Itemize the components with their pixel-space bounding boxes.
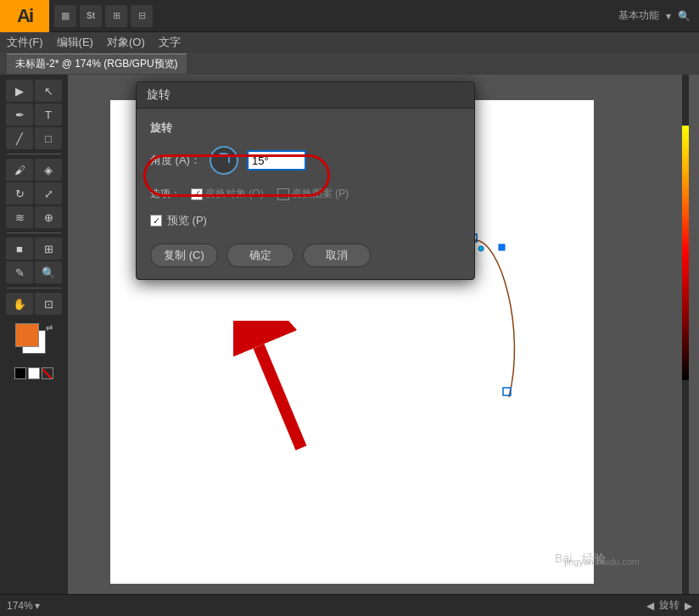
preview-label: 预览 (P) xyxy=(167,213,207,228)
hand-tool[interactable]: ✋ xyxy=(6,293,33,315)
svg-rect-1 xyxy=(499,244,505,250)
shape-tool[interactable]: □ xyxy=(35,127,62,149)
right-panel xyxy=(682,75,699,594)
small-colors xyxy=(14,367,53,379)
eyedropper-tool[interactable]: ✎ xyxy=(6,261,33,283)
svg-point-3 xyxy=(478,246,484,251)
btn-row: 复制 (C) 确定 取消 xyxy=(150,244,461,267)
dialog-body: 旋转 角度 (A)： 选项： 变换对象 (O) xyxy=(137,109,474,279)
warp-tool[interactable]: ≋ xyxy=(6,206,33,228)
main-layout: ▶ ↖ ✒ T ╱ □ 🖌 ◈ ↻ ⤢ ≋ ⊕ ■ ⊞ ✎ xyxy=(0,75,699,594)
line-tool[interactable]: ╱ xyxy=(6,127,33,149)
color-swatches[interactable]: ⇄ xyxy=(15,323,53,361)
dialog-section-title: 旋转 xyxy=(150,120,461,136)
copy-button[interactable]: 复制 (C) xyxy=(150,244,218,267)
zoom-label: 174% xyxy=(7,600,33,612)
canvas-area: Bai 经验 jingyan.baidu.com 旋转 旋转 角度 (A)： xyxy=(68,75,682,594)
icon-view[interactable]: ⊞ xyxy=(105,5,127,27)
watermark-url: jingyan.baidu.com xyxy=(564,557,640,567)
scale-tool[interactable]: ⤢ xyxy=(35,182,62,204)
select-tool[interactable]: ▶ xyxy=(6,80,33,102)
icon-grid[interactable]: ▦ xyxy=(54,5,76,27)
transform-object-label: 变换对象 (O) xyxy=(205,187,264,201)
tool-row-6: ≋ ⊕ xyxy=(6,206,62,228)
preview-row: 预览 (P) xyxy=(150,213,461,228)
tab-bar: 未标题-2* @ 174% (RGB/GPU预览) xyxy=(0,53,699,75)
pen-tool[interactable]: ✒ xyxy=(6,104,33,126)
paint-tool[interactable]: 🖌 xyxy=(6,159,33,181)
swap-colors-icon[interactable]: ⇄ xyxy=(46,323,53,333)
top-bar-right: 基本功能 ▾ 🔍 xyxy=(618,8,699,23)
transform-pattern-checkbox[interactable] xyxy=(277,188,289,200)
tool-divider-2 xyxy=(7,232,61,233)
rotate-tool[interactable]: ↻ xyxy=(6,182,33,204)
menu-edit[interactable]: 编辑(E) xyxy=(57,35,93,50)
tool-divider-3 xyxy=(7,288,61,288)
page-indicator: 旋转 xyxy=(659,598,679,613)
tool-row-9: ✋ ⊡ xyxy=(6,293,62,315)
app-logo: Ai xyxy=(0,0,49,32)
gradient-tool[interactable]: ■ xyxy=(6,238,33,260)
none-swatch[interactable] xyxy=(42,367,53,379)
dialog-title-bar: 旋转 xyxy=(137,82,474,109)
tool-divider-1 xyxy=(7,154,61,154)
artboard-tool[interactable]: ⊡ xyxy=(35,293,62,315)
active-tab[interactable]: 未标题-2* @ 174% (RGB/GPU预览) xyxy=(7,53,187,74)
tool-row-8: ✎ 🔍 xyxy=(6,261,62,283)
angle-label: 角度 (A)： xyxy=(150,153,201,168)
direct-select-tool[interactable]: ↖ xyxy=(35,80,62,102)
angle-icon-inner xyxy=(220,153,230,163)
workspace-label: 基本功能 xyxy=(618,8,659,23)
transform-pattern-cb[interactable]: 变换图案 (P) xyxy=(277,187,349,201)
tab-title: 未标题-2* @ 174% (RGB/GPU预览) xyxy=(15,58,178,70)
angle-row: 角度 (A)： xyxy=(150,146,461,175)
black-swatch[interactable] xyxy=(14,367,26,379)
nav-next[interactable]: ▶ xyxy=(685,600,692,612)
dialog-title: 旋转 xyxy=(147,87,171,101)
left-toolbar: ▶ ↖ ✒ T ╱ □ 🖌 ◈ ↻ ⤢ ≋ ⊕ ■ ⊞ ✎ xyxy=(0,75,68,594)
type-tool[interactable]: T xyxy=(35,104,62,126)
tool-row-7: ■ ⊞ xyxy=(6,238,62,260)
white-swatch[interactable] xyxy=(28,367,40,379)
foreground-color-swatch[interactable] xyxy=(15,323,39,347)
zoom-tool[interactable]: 🔍 xyxy=(35,261,62,283)
ok-button[interactable]: 确定 xyxy=(226,244,294,267)
options-label: 选项： xyxy=(150,187,181,201)
transform-object-cb[interactable]: 变换对象 (O) xyxy=(191,187,264,201)
search-icon[interactable]: 🔍 xyxy=(678,10,691,22)
icon-st[interactable]: St xyxy=(80,5,102,27)
top-bar: Ai ▦ St ⊞ ⊟ 基本功能 ▾ 🔍 xyxy=(0,0,699,32)
options-row: 选项： 变换对象 (O) 变换图案 (P) xyxy=(150,187,461,201)
menu-text[interactable]: 文字 xyxy=(159,35,181,50)
bottom-bar: 174% ▾ ◀ 旋转 ▶ xyxy=(0,594,699,616)
workspace-arrow[interactable]: ▾ xyxy=(666,10,671,22)
menu-file[interactable]: 文件(F) xyxy=(7,35,43,50)
transform-pattern-label: 变换图案 (P) xyxy=(292,187,349,201)
tool-row-1: ▶ ↖ xyxy=(6,80,62,102)
rotate-dialog: 旋转 旋转 角度 (A)： 选项： xyxy=(136,81,475,280)
blend-tool[interactable]: ⊕ xyxy=(35,206,62,228)
right-scroll[interactable] xyxy=(689,75,699,594)
eraser-tool[interactable]: ◈ xyxy=(35,159,62,181)
cancel-button[interactable]: 取消 xyxy=(303,244,371,267)
tool-row-3: ╱ □ xyxy=(6,127,62,149)
tool-row-5: ↻ ⤢ xyxy=(6,182,62,204)
zoom-arrow[interactable]: ▾ xyxy=(35,600,40,612)
top-bar-icons: ▦ St ⊞ ⊟ xyxy=(49,5,158,27)
menu-object[interactable]: 对象(O) xyxy=(107,35,145,50)
angle-icon xyxy=(210,146,238,175)
transform-object-checkbox[interactable] xyxy=(191,188,203,200)
icon-arrange[interactable]: ⊟ xyxy=(131,5,153,27)
menu-bar: 文件(F) 编辑(E) 对象(O) 文字 xyxy=(0,32,699,53)
angle-input[interactable] xyxy=(247,150,306,171)
color-area: ⇄ xyxy=(7,323,61,379)
preview-checkbox[interactable] xyxy=(150,215,162,227)
tool-row-4: 🖌 ◈ xyxy=(6,159,62,181)
tool-row-2: ✒ T xyxy=(6,104,62,126)
mesh-tool[interactable]: ⊞ xyxy=(35,238,62,260)
nav-prev[interactable]: ◀ xyxy=(646,600,654,612)
